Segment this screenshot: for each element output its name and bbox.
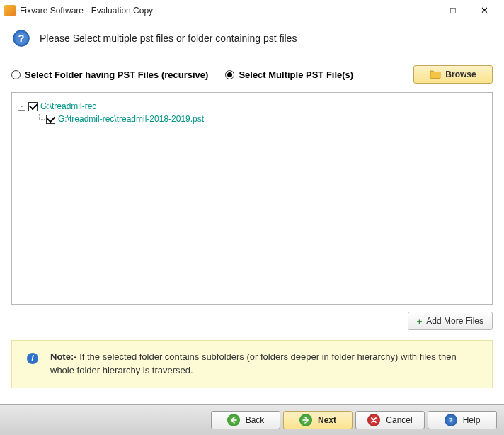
header-text: Please Select multiple pst files or fold…: [40, 33, 297, 44]
back-button[interactable]: Back: [211, 411, 280, 429]
plus-icon: +: [417, 316, 423, 327]
question-icon: ?: [11, 28, 31, 48]
note-prefix: Note:-: [50, 351, 79, 362]
help-button[interactable]: ? Help: [428, 411, 497, 429]
back-arrow-icon: [227, 414, 240, 426]
radio-select-multiple[interactable]: Select Multiple PST File(s): [225, 69, 353, 80]
tree-root-checkbox[interactable]: [28, 102, 38, 111]
note-text: Note:- If the selected folder contains s…: [50, 351, 478, 378]
tree-child-label: G:\treadmil-rec\treadmil-2018-2019.pst: [58, 114, 204, 124]
options-row: Select Folder having PST Files (recursiv…: [11, 65, 493, 84]
svg-text:?: ?: [18, 33, 25, 44]
radio-icon: [11, 70, 21, 79]
window-title: Fixvare Software - Evaluation Copy: [20, 6, 406, 16]
maximize-button[interactable]: □: [437, 1, 469, 21]
radio-select-folder-label: Select Folder having PST Files (recursiv…: [25, 69, 208, 80]
add-more-files-button[interactable]: + Add More Files: [408, 312, 493, 330]
radio-icon-selected: [225, 70, 234, 79]
tree-child-row[interactable]: G:\treadmil-rec\treadmil-2018-2019.pst: [18, 113, 486, 125]
close-button[interactable]: ✕: [469, 1, 500, 21]
next-arrow-icon: [299, 414, 312, 426]
radio-select-multiple-label: Select Multiple PST File(s): [239, 69, 353, 80]
info-icon: i: [26, 352, 39, 365]
cancel-x-icon: [367, 414, 380, 426]
svg-text:?: ?: [449, 417, 453, 424]
next-button[interactable]: Next: [283, 411, 353, 429]
radio-select-folder[interactable]: Select Folder having PST Files (recursiv…: [11, 69, 208, 80]
back-button-label: Back: [246, 415, 265, 425]
add-more-files-label: Add More Files: [426, 316, 483, 326]
header-strip: ? Please Select multiple pst files or fo…: [0, 21, 504, 58]
minimize-button[interactable]: –: [406, 1, 437, 21]
note-box: i Note:- If the selected folder contains…: [11, 340, 493, 388]
app-icon: [4, 5, 16, 16]
browse-button-label: Browse: [445, 69, 476, 79]
tree-root-row[interactable]: - G:\treadmil-rec: [18, 100, 486, 113]
file-tree: - G:\treadmil-rec G:\treadmil-rec\treadm…: [11, 92, 493, 305]
cancel-button-label: Cancel: [386, 415, 412, 425]
tree-connector: [36, 113, 46, 125]
cancel-button[interactable]: Cancel: [355, 411, 425, 429]
tree-child-checkbox[interactable]: [46, 115, 55, 124]
tree-root-label: G:\treadmil-rec: [40, 101, 96, 111]
browse-button[interactable]: Browse: [413, 65, 493, 84]
footer-nav: Back Next Cancel ? Help: [0, 404, 504, 435]
next-button-label: Next: [318, 415, 336, 425]
help-q-icon: ?: [445, 414, 457, 426]
help-button-label: Help: [463, 415, 481, 425]
folder-icon: [430, 69, 441, 81]
collapse-icon[interactable]: -: [18, 103, 25, 111]
note-body: If the selected folder contains subfolde…: [50, 351, 457, 375]
titlebar: Fixvare Software - Evaluation Copy – □ ✕: [0, 0, 504, 21]
